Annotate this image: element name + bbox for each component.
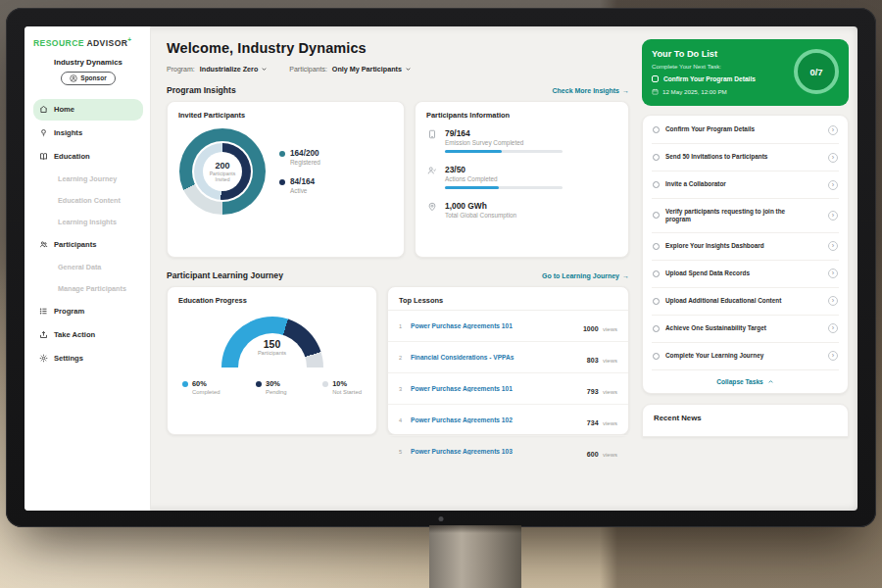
lesson-title-link[interactable]: Power Purchase Agreements 103 — [411, 448, 580, 455]
program-select[interactable]: Industrialize Zero — [200, 65, 269, 74]
legend-dot-active — [279, 179, 285, 185]
task-checkbox[interactable] — [653, 154, 660, 161]
chevron-right-icon[interactable]: › — [828, 296, 838, 306]
monitor-logo-dot — [439, 516, 444, 521]
education-card-title: Education Progress — [168, 287, 376, 310]
todo-progress-ring: 0/7 — [794, 49, 839, 94]
monitor-stand — [429, 525, 521, 588]
sidebar-item-program[interactable]: Program — [33, 301, 143, 322]
task-item[interactable]: Upload Spend Data Records › — [652, 260, 839, 287]
task-checkbox[interactable] — [653, 353, 660, 360]
sidebar-item-manage-participants[interactable]: Manage Participants — [33, 279, 143, 299]
sidebar-item-education-content[interactable]: Education Content — [33, 191, 143, 211]
gauge-center-label: Participants — [221, 350, 323, 356]
sidebar-item-learning-insights[interactable]: Learning Insights — [33, 213, 143, 232]
task-item[interactable]: Verify participants requesting to join t… — [652, 198, 839, 232]
chevron-right-icon[interactable]: › — [828, 323, 838, 333]
brand-primary: RESOURCE — [33, 38, 84, 48]
monitor-frame: RESOURCE ADVISOR+ Industry Dynamics Spon… — [6, 8, 876, 527]
sidebar-item-take-action[interactable]: Take Action — [33, 324, 143, 346]
lesson-title-link[interactable]: Power Purchase Agreements 101 — [411, 385, 580, 392]
lesson-title-link[interactable]: Power Purchase Agreements 102 — [411, 416, 580, 423]
sidebar-item-settings[interactable]: Settings — [33, 348, 143, 369]
sponsor-label: Sponsor — [80, 74, 106, 81]
task-checkbox[interactable] — [653, 212, 660, 219]
recent-news-title: Recent News — [654, 414, 837, 422]
recent-news-card: Recent News — [642, 404, 849, 437]
chevron-down-icon — [405, 66, 412, 73]
lesson-row: 3 Power Purchase Agreements 101 793 view… — [388, 373, 628, 405]
people-icon — [39, 240, 48, 249]
program-filter-label: Program: — [167, 66, 195, 73]
sidebar-item-learning-journey[interactable]: Learning Journey — [33, 170, 143, 189]
task-checkbox[interactable] — [653, 181, 660, 188]
lesson-row: 5 Power Purchase Agreements 103 600 view… — [388, 436, 628, 466]
sidebar-item-participants[interactable]: Participants — [33, 234, 143, 256]
lesson-row: 1 Power Purchase Agreements 101 1000 vie… — [388, 311, 628, 342]
task-item[interactable]: Upload Additional Educational Content › — [652, 287, 839, 315]
check-more-insights-link[interactable]: Check More Insights → — [553, 87, 629, 94]
invited-card-title: Invited Participants — [168, 102, 404, 124]
education-gauge-chart: 150 Participants — [221, 317, 323, 368]
sidebar-nav: Home Insights Education Learning Journey… — [33, 99, 143, 369]
progress-fill — [445, 186, 499, 189]
todo-subtitle: Complete Your Next Task: — [652, 63, 786, 70]
legend-item-pending: 30% Pending — [256, 379, 287, 395]
lesson-row: 4 Power Purchase Agreements 102 734 view… — [388, 405, 628, 436]
brand-secondary: ADVISOR — [86, 38, 127, 48]
todo-progress-value: 0/7 — [809, 67, 822, 77]
sidebar-item-home[interactable]: Home — [33, 99, 143, 121]
chevron-right-icon[interactable]: › — [828, 269, 838, 278]
task-item[interactable]: Send 50 Invitations to Participants › — [652, 143, 839, 171]
list-icon — [39, 307, 48, 316]
education-progress-card: Education Progress 150 Participants — [167, 286, 377, 435]
todo-next-task: Confirm Your Program Details — [652, 75, 786, 82]
participants-select[interactable]: Only My Participants — [332, 65, 412, 74]
person-check-icon — [427, 166, 437, 175]
program-insights-title: Program Insights — [167, 85, 236, 95]
donut-center-label: Participants Invited — [206, 171, 239, 183]
dashboard-screen: RESOURCE ADVISOR+ Industry Dynamics Spon… — [24, 26, 858, 511]
calendar-icon — [652, 88, 659, 95]
task-item[interactable]: Invite a Collaborator › — [652, 171, 839, 198]
brand-plus: + — [127, 36, 131, 43]
next-task-checkbox[interactable] — [652, 75, 659, 82]
task-checkbox[interactable] — [653, 298, 660, 305]
todo-title: Your To Do List — [652, 49, 786, 59]
lesson-title-link[interactable]: Power Purchase Agreements 101 — [411, 322, 576, 329]
task-item[interactable]: Complete Your Learning Journey › — [652, 342, 839, 369]
sidebar-item-insights[interactable]: Insights — [33, 122, 143, 144]
task-checkbox[interactable] — [653, 270, 660, 277]
legend-item-active: 84/164 Active — [279, 177, 320, 194]
task-checkbox[interactable] — [653, 243, 660, 250]
chevron-right-icon[interactable]: › — [828, 180, 838, 190]
task-checkbox[interactable] — [653, 126, 660, 133]
legend-dot-registered — [279, 151, 285, 157]
chevron-right-icon[interactable]: › — [828, 153, 838, 163]
sidebar-item-general-data[interactable]: General Data — [33, 258, 143, 277]
progress-track — [445, 150, 563, 153]
task-item[interactable]: Achieve One Sustainability Target › — [652, 315, 839, 342]
home-icon — [39, 105, 48, 114]
collapse-tasks-link[interactable]: Collapse Tasks — [652, 369, 839, 393]
learning-journey-title: Participant Learning Journey — [167, 270, 283, 280]
task-checkbox[interactable] — [653, 325, 660, 332]
gear-icon — [39, 354, 48, 363]
info-row-actions: 23/50 Actions Completed — [427, 165, 616, 189]
info-row-consumption: 1,000 GWh Total Global Consumption — [427, 201, 616, 219]
chevron-right-icon[interactable]: › — [828, 241, 838, 251]
chevron-right-icon[interactable]: › — [828, 211, 838, 220]
filters-bar: Program: Industrialize Zero Participants… — [167, 65, 629, 74]
sidebar-item-education[interactable]: Education — [33, 146, 143, 168]
lesson-title-link[interactable]: Financial Considerations - VPPAs — [411, 354, 580, 361]
book-icon — [39, 152, 48, 161]
task-item[interactable]: Confirm Your Program Details › — [652, 117, 839, 143]
task-item[interactable]: Explore Your Insights Dashboard › — [652, 232, 839, 260]
go-to-learning-journey-link[interactable]: Go to Learning Journey → — [542, 272, 629, 279]
chevron-right-icon[interactable]: › — [828, 351, 838, 361]
chevron-up-icon — [767, 378, 774, 385]
chevron-right-icon[interactable]: › — [828, 125, 838, 135]
legend-dot-pending — [256, 381, 262, 387]
lesson-row: 2 Financial Considerations - VPPAs 803 v… — [388, 342, 628, 373]
invited-donut-chart: 200 Participants Invited — [179, 128, 266, 215]
